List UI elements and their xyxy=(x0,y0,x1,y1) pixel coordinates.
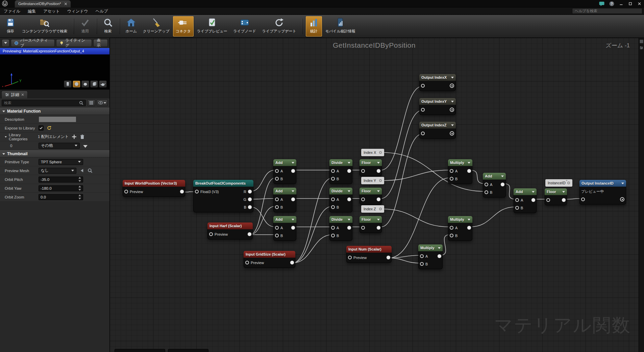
preview-pin[interactable] xyxy=(124,190,128,193)
output-pin[interactable] xyxy=(567,182,570,184)
node-index-z[interactable]: Index Z xyxy=(361,205,384,213)
category-dropdown[interactable]: その他 xyxy=(39,143,80,149)
node-instanceid-reroute[interactable]: InstanceID* xyxy=(545,179,572,187)
input-pin[interactable] xyxy=(420,254,424,258)
feedback-icon[interactable] xyxy=(599,1,605,6)
input-pin[interactable] xyxy=(275,234,279,237)
toolbar-button-connectors[interactable]: コネクタ xyxy=(173,16,194,37)
input-pin[interactable] xyxy=(581,197,585,201)
output-pin[interactable] xyxy=(347,197,351,201)
details-search-input[interactable]: 検索 xyxy=(2,100,86,106)
input-pin[interactable] xyxy=(546,198,550,202)
toolbar-button-home[interactable]: ホーム xyxy=(123,16,140,37)
toolbar-button-save[interactable]: 保存 xyxy=(2,16,19,37)
element-options-icon[interactable] xyxy=(83,145,88,148)
input-pin[interactable] xyxy=(331,205,335,209)
result-pin[interactable] xyxy=(620,197,624,202)
output-pin[interactable] xyxy=(291,226,295,230)
node-input-gridsize[interactable]: Input GridSize (Scalar)Preview xyxy=(244,251,295,268)
panel-tab-icon[interactable] xyxy=(640,40,643,43)
result-pin[interactable] xyxy=(450,108,454,112)
node-floor-2[interactable]: Floor xyxy=(360,188,382,205)
node-divide-2[interactable]: DivideAB xyxy=(329,188,352,212)
preview-shape-teapot-button[interactable] xyxy=(99,80,107,88)
output-pin-b[interactable] xyxy=(248,205,252,209)
input-pin[interactable] xyxy=(331,226,335,230)
input-pin[interactable] xyxy=(275,205,279,209)
output-pin[interactable] xyxy=(379,151,382,154)
preview-mesh-dropdown[interactable]: なし xyxy=(39,168,76,174)
input-pin[interactable] xyxy=(450,169,453,173)
show-button[interactable]: 表示 xyxy=(93,39,108,47)
node-output-instanceid[interactable]: Output InstanceIDプレビュー中 xyxy=(579,180,626,205)
bottom-tab[interactable] xyxy=(115,349,165,352)
input-pin[interactable] xyxy=(275,197,279,201)
input-pin[interactable] xyxy=(275,226,279,230)
result-pin[interactable] xyxy=(450,84,454,88)
node-index-x[interactable]: Index X xyxy=(361,149,384,156)
preview-viewport[interactable]: Y * xyxy=(0,54,109,90)
input-pin[interactable] xyxy=(515,198,519,202)
input-pin[interactable] xyxy=(361,169,365,173)
menu-item-1[interactable]: 編集 xyxy=(24,7,40,15)
input-pin[interactable] xyxy=(331,234,335,237)
node-floor-1[interactable]: Floor xyxy=(360,159,382,176)
output-pin[interactable] xyxy=(377,169,380,173)
use-selected-icon[interactable] xyxy=(79,168,84,173)
panel-tab-icon[interactable] xyxy=(640,46,643,50)
node-input-harf[interactable]: Input Harf (Scalar)Preview xyxy=(207,222,253,239)
output-pin[interactable] xyxy=(467,169,471,173)
delete-icon[interactable] xyxy=(80,134,85,139)
toolbar-button-find-in-content-browser[interactable]: コンテンツブラウザで検索 xyxy=(19,16,70,37)
section-thumbnail[interactable]: Thumbnail xyxy=(0,150,109,158)
spinner-icon[interactable] xyxy=(78,194,81,200)
minimize-button[interactable] xyxy=(617,0,626,7)
output-pin[interactable] xyxy=(180,190,184,193)
toolbar-button-live-preview[interactable]: ライブプレビュー xyxy=(194,16,230,37)
close-button[interactable] xyxy=(635,0,644,7)
maximize-button[interactable] xyxy=(626,0,635,7)
add-element-icon[interactable] xyxy=(72,134,77,139)
node-breakout-float3[interactable]: BreakOutFloat3ComponentsFloat3 (V3)RGB xyxy=(193,180,253,212)
output-pin[interactable] xyxy=(501,183,504,186)
node-output-indexz[interactable]: Output IndexZ xyxy=(419,122,456,139)
reset-to-default-icon[interactable] xyxy=(47,125,52,131)
browse-asset-icon[interactable] xyxy=(88,168,93,173)
toolbar-button-live-update[interactable]: ライブアップデート xyxy=(259,16,299,37)
input-pin[interactable] xyxy=(450,226,453,230)
node-multiply-3[interactable]: MultiplyAB xyxy=(418,244,443,269)
graph-canvas[interactable]: GetInstanceIDByPosition ズーム -1 マテリアル関数 I… xyxy=(110,38,639,352)
asset-tab[interactable]: GetInstanceIDByPosition* xyxy=(15,0,71,7)
node-input-worldposition[interactable]: Input WorldPosition (Vector3)Preview xyxy=(123,180,185,197)
input-pin[interactable] xyxy=(195,190,199,193)
output-pin[interactable] xyxy=(248,232,251,236)
result-pin[interactable] xyxy=(450,131,454,136)
input-pin[interactable] xyxy=(515,206,519,210)
toolbar-button-mobile-stats[interactable]: モバイル統計情報 xyxy=(323,16,358,37)
node-add-4[interactable]: AddAB xyxy=(483,173,506,197)
row-library-categories[interactable]: Library Categories 1 配列エレメント xyxy=(0,133,109,141)
collapsed-panel-strip[interactable] xyxy=(639,38,644,352)
orbit-zoom-field[interactable]: 0.0 xyxy=(39,194,83,200)
node-divide-3[interactable]: DivideAB xyxy=(329,216,352,241)
output-pin[interactable] xyxy=(347,169,351,173)
input-pin[interactable] xyxy=(331,197,335,201)
input-pin[interactable] xyxy=(275,177,279,181)
toolbar-button-search[interactable]: 検索 xyxy=(100,16,116,37)
preview-pin[interactable] xyxy=(245,261,249,264)
node-floor-3[interactable]: Floor xyxy=(360,216,382,233)
output-pin[interactable] xyxy=(347,226,351,230)
preview-shape-cylinder-button[interactable] xyxy=(64,80,72,88)
node-output-indexy[interactable]: Output IndexY xyxy=(419,98,456,115)
menu-item-3[interactable]: ウィンドウ xyxy=(64,7,92,15)
preview-shape-plane-button[interactable] xyxy=(81,80,89,88)
orbit-yaw-field[interactable]: -180.0 xyxy=(39,185,83,191)
expose-to-library-checkbox[interactable] xyxy=(39,125,44,131)
menu-item-2[interactable]: アセット xyxy=(40,7,64,15)
node-add-1[interactable]: AddAB xyxy=(273,159,296,184)
node-add-2[interactable]: AddAB xyxy=(273,188,296,212)
input-pin[interactable] xyxy=(485,190,488,194)
preview-shape-sphere-button[interactable] xyxy=(73,80,80,88)
help-search-input[interactable]: ヘルプを検索 xyxy=(572,8,642,14)
node-floor-4[interactable]: Floor xyxy=(545,188,567,205)
